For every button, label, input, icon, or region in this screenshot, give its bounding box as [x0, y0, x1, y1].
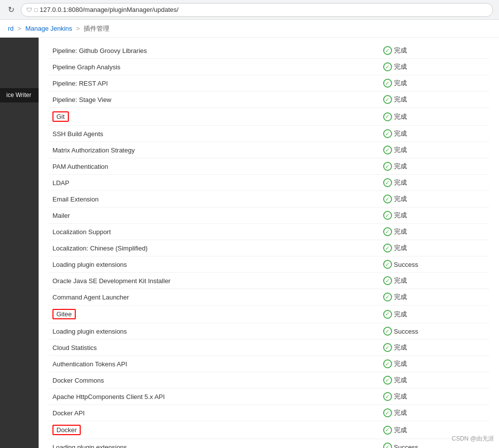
- refresh-icon[interactable]: ↻: [6, 5, 16, 15]
- plugin-name: Loading plugin extensions: [49, 439, 379, 448]
- status-text: 完成: [394, 46, 407, 55]
- check-circle-icon: ✓: [383, 359, 392, 368]
- plugin-row: Localization: Chinese (Simplified)✓完成: [49, 240, 489, 256]
- plugin-name: Docker Commons: [49, 372, 379, 389]
- plugin-status: ✓完成: [379, 92, 490, 108]
- status-text: 完成: [394, 392, 407, 401]
- plugin-name: PAM Authentication: [49, 158, 379, 175]
- plugin-name: Apache HttpComponents Client 5.x API: [49, 389, 379, 405]
- check-circle-icon: ✓: [383, 293, 392, 301]
- plugin-name: Authentication Tokens API: [49, 356, 379, 372]
- plugin-row: Mailer✓完成: [49, 207, 489, 224]
- status-text: 完成: [394, 310, 407, 319]
- status-text: 完成: [394, 244, 407, 252]
- check-circle-icon: ✓: [383, 162, 392, 171]
- plugin-status: ✓完成: [379, 289, 490, 305]
- plugin-status: ✓完成: [379, 240, 490, 256]
- plugin-status: ✓完成: [379, 108, 490, 126]
- status-text: 完成: [394, 211, 407, 220]
- check-circle-icon: ✓: [383, 392, 392, 401]
- breadcrumb: rd > Manage Jenkins > 插件管理: [0, 20, 499, 38]
- plugin-row: Loading plugin extensions✓Success: [49, 323, 489, 340]
- plugin-name: Loading plugin extensions: [49, 256, 379, 273]
- plugin-name: Pipeline: Github Groovy Libraries: [49, 43, 379, 59]
- check-circle-icon: ✓: [383, 227, 392, 236]
- plugin-status: ✓Success: [379, 323, 490, 340]
- check-circle-icon: ✓: [383, 195, 392, 203]
- plugin-name: Pipeline: Stage View: [49, 92, 379, 108]
- browser-bar: ↻ 🛡 □ 127.0.0.1 :8080/manage/pluginManag…: [0, 0, 499, 20]
- status-text: 完成: [394, 376, 407, 385]
- url-text: 127.0.0.1: [40, 6, 66, 13]
- status-text: 完成: [394, 178, 407, 187]
- check-circle-icon: ✓: [383, 276, 392, 285]
- plugin-status: ✓完成: [379, 273, 490, 289]
- plugin-name: Localization Support: [49, 224, 379, 240]
- plugin-row: Cloud Statistics✓完成: [49, 340, 489, 356]
- plugin-status: ✓完成: [379, 224, 490, 240]
- check-circle-icon: ✓: [383, 95, 392, 104]
- plugin-name-highlighted: Gitee: [52, 309, 76, 319]
- plugin-row: Docker API✓完成: [49, 405, 489, 421]
- plugin-name: Localization: Chinese (Simplified): [49, 240, 379, 256]
- breadcrumb-root[interactable]: rd: [8, 25, 14, 32]
- check-circle-icon: ✓: [383, 327, 392, 336]
- check-circle-icon: ✓: [383, 310, 392, 319]
- plugin-name: Cloud Statistics: [49, 340, 379, 356]
- plugin-row: SSH Build Agents✓完成: [49, 126, 489, 142]
- status-text: 完成: [394, 276, 407, 285]
- check-circle-icon: ✓: [383, 260, 392, 269]
- plugin-row: Pipeline Graph Analysis✓完成: [49, 59, 489, 75]
- plugin-name: Loading plugin extensions: [49, 323, 379, 340]
- plugin-row: Docker✓完成: [49, 421, 489, 439]
- plugin-name-highlighted: Docker: [52, 425, 81, 435]
- check-circle-icon: ✓: [383, 112, 392, 121]
- plugin-status: ✓完成: [379, 405, 490, 421]
- plugin-row: Apache HttpComponents Client 5.x API✓完成: [49, 389, 489, 405]
- check-circle-icon: ✓: [383, 211, 392, 220]
- plugin-status: ✓完成: [379, 191, 490, 207]
- check-circle-icon: ✓: [383, 146, 392, 154]
- plugin-status: ✓完成: [379, 389, 490, 405]
- plugin-status: ✓完成: [379, 340, 490, 356]
- plugin-status: ✓完成: [379, 158, 490, 175]
- watermark: CSDN @由无涯: [451, 435, 494, 443]
- sidebar: ice Writer: [0, 38, 39, 448]
- check-circle-icon: ✓: [383, 426, 392, 435]
- status-text: 完成: [394, 359, 407, 368]
- plugin-row: Pipeline: Github Groovy Libraries✓完成: [49, 43, 489, 59]
- plugin-status: ✓完成: [379, 207, 490, 224]
- plugin-row: Pipeline: REST API✓完成: [49, 75, 489, 92]
- check-circle-icon: ✓: [383, 443, 392, 448]
- plugin-row: Loading plugin extensions✓Success: [49, 439, 489, 448]
- breadcrumb-current: 插件管理: [84, 24, 109, 33]
- plugin-row: Gitee✓完成: [49, 305, 489, 323]
- main-container: ice Writer Pipeline: Github Groovy Libra…: [0, 38, 499, 448]
- check-circle-icon: ✓: [383, 376, 392, 385]
- status-text: 完成: [394, 227, 407, 236]
- plugin-status: ✓完成: [379, 59, 490, 75]
- check-circle-icon: ✓: [383, 408, 392, 417]
- status-text: 完成: [394, 62, 407, 71]
- plugin-name: Oracle Java SE Development Kit Installer: [49, 273, 379, 289]
- plugin-name: Command Agent Launcher: [49, 289, 379, 305]
- plugin-status: ✓Success: [379, 256, 490, 273]
- plugin-status: ✓完成: [379, 75, 490, 92]
- plugin-name: Docker API: [49, 405, 379, 421]
- plugin-name: Matrix Authorization Strategy: [49, 142, 379, 158]
- plugin-name: LDAP: [49, 175, 379, 191]
- status-text: 完成: [394, 146, 407, 154]
- plugin-status: ✓完成: [379, 43, 490, 59]
- plugin-status: ✓完成: [379, 372, 490, 389]
- plugin-row: Command Agent Launcher✓完成: [49, 289, 489, 305]
- plugin-name: Pipeline: REST API: [49, 75, 379, 92]
- plugin-row: Git✓完成: [49, 108, 489, 126]
- breadcrumb-manage[interactable]: Manage Jenkins: [25, 25, 72, 32]
- plugin-table: Pipeline: Github Groovy Libraries✓完成Pipe…: [49, 43, 489, 448]
- plugin-row: Oracle Java SE Development Kit Installer…: [49, 273, 489, 289]
- check-circle-icon: ✓: [383, 46, 392, 55]
- address-bar[interactable]: 🛡 □ 127.0.0.1 :8080/manage/pluginManager…: [21, 3, 493, 17]
- plugin-row: LDAP✓完成: [49, 175, 489, 191]
- check-circle-icon: ✓: [383, 343, 392, 352]
- plugin-row: PAM Authentication✓完成: [49, 158, 489, 175]
